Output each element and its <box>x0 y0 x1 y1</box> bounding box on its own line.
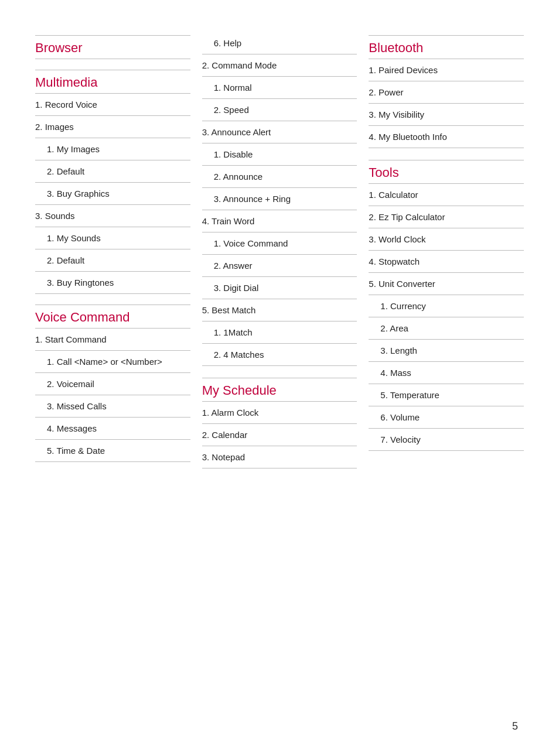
page: Browser Multimedia 1. Record Voice 2. Im… <box>0 0 559 514</box>
divider <box>202 76 357 77</box>
browser-title: Browser <box>35 40 190 56</box>
list-item: 2. Images <box>35 119 190 135</box>
divider <box>35 395 190 395</box>
list-item: 1. Voice Command <box>202 235 357 251</box>
list-item: 2. Command Mode <box>202 57 357 73</box>
list-item: 5. Time & Date <box>35 443 190 459</box>
list-item: 1. Calculator <box>369 187 524 203</box>
divider <box>202 468 357 468</box>
divider <box>369 295 524 295</box>
divider <box>202 54 357 54</box>
list-item: 2. Default <box>35 252 190 268</box>
divider <box>202 321 357 321</box>
list-item: 2. Area <box>369 320 524 336</box>
list-item: 3. Missed Calls <box>35 398 190 414</box>
list-item: 1. Call <Name> or <Number> <box>35 354 190 370</box>
list-item: 3. Announce Alert <box>202 124 357 140</box>
list-item: 2. Announce <box>202 169 357 184</box>
multimedia-title: Multimedia <box>35 75 190 90</box>
list-item: 2. Default <box>35 163 190 179</box>
list-item: 2. Voicemail <box>35 376 190 392</box>
list-item: 6. Volume <box>369 409 524 425</box>
divider <box>202 365 357 366</box>
divider <box>35 204 190 205</box>
list-item: 3. Length <box>369 343 524 358</box>
bluetooth-title: Bluetooth <box>369 40 524 56</box>
list-item: 3. Digit Dial <box>202 280 357 296</box>
list-item: 4. Train Word <box>202 213 357 229</box>
divider <box>202 232 357 232</box>
divider <box>202 165 357 166</box>
divider <box>369 59 524 59</box>
divider <box>369 317 524 317</box>
column-2: 6. Help 2. Command Mode 1. Normal 2. Spe… <box>202 35 369 479</box>
list-item: 1. Start Command <box>35 331 190 347</box>
divider <box>369 228 524 228</box>
list-item: 3. Announce + Ring <box>202 191 357 207</box>
list-item: 2. Calendar <box>202 427 357 443</box>
divider <box>202 343 357 344</box>
divider <box>202 121 357 121</box>
list-item: 1. My Sounds <box>35 230 190 246</box>
divider <box>202 98 357 99</box>
list-item: 1. Currency <box>369 298 524 314</box>
divider <box>202 446 357 446</box>
list-item: 4. Mass <box>369 365 524 381</box>
list-item: 4. My Bluetooth Info <box>369 129 524 145</box>
list-item: 1. Record Voice <box>35 97 190 112</box>
divider <box>35 115 190 116</box>
divider <box>369 148 524 148</box>
divider <box>202 276 357 277</box>
section-browser: Browser <box>35 35 190 59</box>
list-item: 2. Power <box>369 84 524 100</box>
divider <box>35 59 190 59</box>
divider <box>35 138 190 138</box>
list-item: 3. Notepad <box>202 449 357 465</box>
divider <box>202 378 357 378</box>
list-item: 3. World Clock <box>369 231 524 247</box>
divider <box>369 384 524 384</box>
list-item: 1. 1Match <box>202 324 357 340</box>
divider <box>202 299 357 299</box>
list-item: 5. Temperature <box>369 387 524 403</box>
divider <box>369 272 524 273</box>
list-item: 2. Speed <box>202 102 357 118</box>
divider <box>35 461 190 462</box>
divider <box>202 210 357 210</box>
divider <box>35 293 190 294</box>
divider <box>369 206 524 206</box>
divider <box>369 103 524 104</box>
list-item: 3. Buy Ringtones <box>35 275 190 290</box>
section-my-schedule: My Schedule 1. Alarm Clock 2. Calendar 3… <box>202 378 357 468</box>
section-voice-command: Voice Command 1. Start Command 1. Call <… <box>35 305 190 462</box>
divider <box>35 182 190 183</box>
section-multimedia: Multimedia 1. Record Voice 2. Images 1. … <box>35 70 190 294</box>
divider <box>202 254 357 255</box>
divider <box>369 339 524 340</box>
divider <box>369 35 524 36</box>
divider <box>35 93 190 94</box>
divider <box>35 271 190 272</box>
column-3: Bluetooth 1. Paired Devices 2. Power 3. … <box>369 35 524 461</box>
divider <box>35 70 190 70</box>
voice-command-title: Voice Command <box>35 310 190 325</box>
section-bluetooth: Bluetooth 1. Paired Devices 2. Power 3. … <box>369 35 524 148</box>
list-item: 3. Buy Graphics <box>35 186 190 201</box>
divider <box>369 125 524 126</box>
divider <box>369 406 524 406</box>
divider <box>35 305 190 305</box>
section-tools: Tools 1. Calculator 2. Ez Tip Calculator… <box>369 160 524 451</box>
divider <box>369 428 524 429</box>
divider <box>369 81 524 81</box>
divider <box>35 350 190 351</box>
page-number: 5 <box>512 720 518 733</box>
list-item: 2. Ez Tip Calculator <box>369 209 524 225</box>
section-col2-top: 6. Help 2. Command Mode 1. Normal 2. Spe… <box>202 35 357 366</box>
divider <box>35 372 190 373</box>
divider <box>369 450 524 451</box>
divider <box>369 160 524 160</box>
divider <box>35 249 190 249</box>
divider <box>202 187 357 188</box>
divider <box>35 328 190 329</box>
divider <box>35 35 190 36</box>
